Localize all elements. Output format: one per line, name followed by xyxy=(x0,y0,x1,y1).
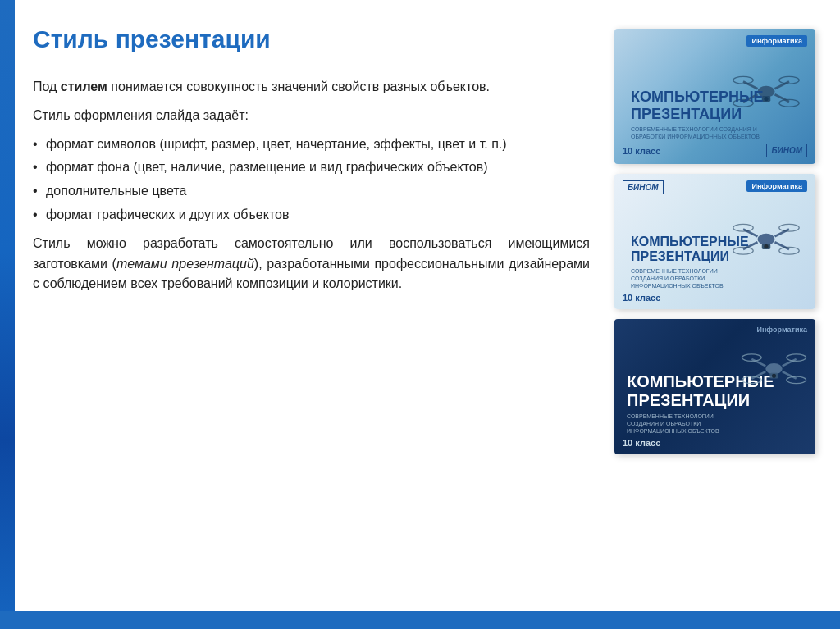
bullet-item-4: формат графических и других объектов xyxy=(33,205,590,226)
book1-subject-badge: Информатика xyxy=(746,35,807,47)
book-card-1: Информатика xyxy=(614,29,815,164)
bullet-list: формат символов (шрифт, размер, цвет, на… xyxy=(33,134,590,226)
bottom-accent-bar xyxy=(0,611,840,629)
body-text: Под стилем понимается совокупность значе… xyxy=(33,77,590,294)
intro-post: понимается совокупность значений свойств… xyxy=(107,80,490,93)
book2-subject-badge: Информатика xyxy=(746,180,807,192)
book3-subject-badge: Информатика xyxy=(756,326,807,334)
book2-title: КОМПЬЮТЕРНЫЕПРЕЗЕНТАЦИИ xyxy=(627,235,749,265)
svg-point-21 xyxy=(764,244,768,248)
closing-paragraph: Стиль можно разработать самостоятельно и… xyxy=(33,234,590,294)
text-section: Стиль презентации Под стилем понимается … xyxy=(33,25,598,615)
images-section: Информатика xyxy=(614,29,815,615)
left-accent-bar xyxy=(0,0,15,629)
bullet-item-1: формат символов (шрифт, размер, цвет, на… xyxy=(33,134,590,155)
book2-publisher-top: БИНОМ xyxy=(623,180,664,194)
book-card-2: БИНОМ Информатика xyxy=(614,174,815,309)
book2-footer: 10 класс xyxy=(623,293,807,303)
book3-subtitle: СОВРЕМЕННЫЕ ТЕХНОЛОГИИСОЗДАНИЯ И ОБРАБОТ… xyxy=(623,412,807,435)
book2-subtitle: СОВРЕМЕННЫЕ ТЕХНОЛОГИИСОЗДАНИЯ И ОБРАБОТ… xyxy=(627,267,749,289)
book2-grade: 10 класс xyxy=(623,293,660,303)
book1-subtitle: СОВРЕМЕННЫЕ ТЕХНОЛОГИИ СОЗДАНИЯ ИОБРАБОТ… xyxy=(627,125,764,140)
svg-point-11 xyxy=(758,234,775,245)
main-content: Стиль презентации Под стилем понимается … xyxy=(33,25,815,615)
svg-point-32 xyxy=(772,374,776,378)
book1-grade: 10 класс xyxy=(623,146,660,156)
bullet-item-2: формат фона (цвет, наличие, размещение и… xyxy=(33,157,590,178)
bullet-item-3: дополнительные цвета xyxy=(33,181,590,202)
book1-title: КОМПЬЮТЕРНЫЕПРЕЗЕНТАЦИИ xyxy=(627,89,764,122)
book-card-3: Информатика КОМПЬЮТЕРНЫЕПРЕЗЕНТАЦИИ СОВР… xyxy=(614,319,815,454)
book1-footer: 10 класс БИНОМ xyxy=(623,144,807,157)
book3-footer: 10 класс xyxy=(623,438,807,448)
book3-grade: 10 класс xyxy=(623,438,660,448)
book1-publisher: БИНОМ xyxy=(766,144,807,157)
closing-italic: темами презентаций xyxy=(116,257,254,271)
slide-style-intro: Стиль оформления слайда задаёт: xyxy=(33,106,590,126)
svg-point-22 xyxy=(765,363,782,375)
page-title: Стиль презентации xyxy=(33,25,590,54)
page-container: Стиль презентации Под стилем понимается … xyxy=(0,0,840,629)
intro-bold: стилем xyxy=(61,80,107,93)
intro-paragraph: Под стилем понимается совокупность значе… xyxy=(33,77,590,98)
svg-point-10 xyxy=(764,97,768,101)
intro-pre: Под xyxy=(33,80,61,93)
